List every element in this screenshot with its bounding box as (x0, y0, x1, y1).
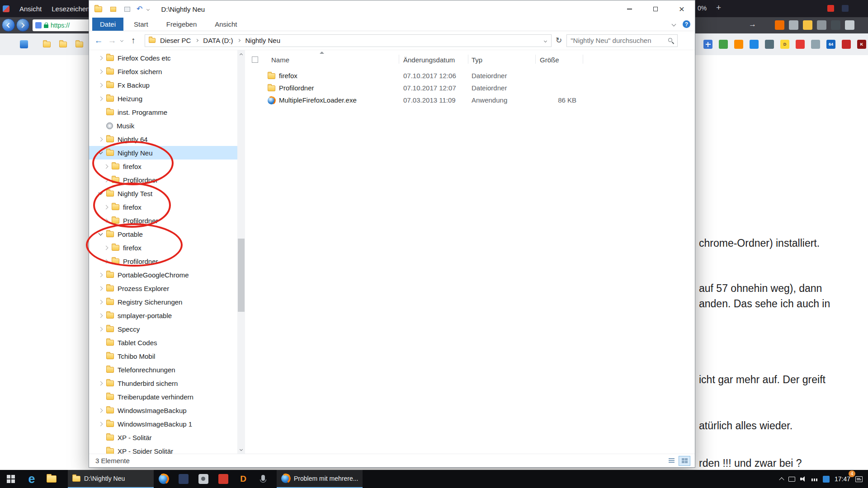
bookmark-folder-icon[interactable] (43, 42, 51, 47)
tree-item[interactable]: Prozess Explorer (89, 282, 237, 295)
tree-item[interactable]: Tchibo Mobil (89, 349, 237, 363)
tabbar-icon-red[interactable] (827, 5, 834, 12)
tree-item-label[interactable]: Treiberupdate verhindern (118, 393, 193, 401)
column-header-name[interactable]: Name (271, 56, 289, 64)
back-button[interactable] (92, 36, 105, 46)
bookmark-folder-icon[interactable] (75, 42, 83, 47)
tree-item-label[interactable]: Nightly 64 (118, 136, 148, 143)
tab-title[interactable]: 0% (698, 5, 707, 12)
tree-item-label[interactable]: WindowsImageBackup 1 (118, 420, 192, 428)
expand-chevron-icon[interactable] (104, 205, 108, 209)
tree-item[interactable]: Thunderbird sichern (89, 376, 237, 390)
bookmark-favicon[interactable]: K (857, 40, 866, 49)
bookmark-favicon[interactable] (842, 40, 851, 49)
breadcrumb-label[interactable]: DATA (D:) (203, 37, 233, 44)
tree-item-label[interactable]: firefox (123, 163, 142, 170)
up-button[interactable] (127, 36, 140, 46)
search-input[interactable] (567, 35, 677, 47)
tree-item[interactable]: Profilordner (89, 254, 237, 268)
tree-item-label[interactable]: Nightly Neu (118, 149, 153, 157)
qat-dropdown-icon[interactable] (147, 8, 149, 10)
tree-item-label[interactable]: Firefox sichern (118, 68, 162, 75)
browser-address-bar[interactable]: https:// (33, 19, 89, 31)
bookmark-favicon[interactable] (703, 40, 712, 49)
file-row[interactable]: Profilordner 07.10.2017 12:07 Dateiordne… (245, 82, 695, 94)
tree-item-label[interactable]: PortableGoogleChrome (118, 271, 189, 279)
tree-item-label[interactable]: Nightly Test (118, 190, 152, 197)
tree-item-label[interactable]: Firefox Codes etc (118, 54, 171, 62)
column-divider[interactable] (583, 55, 583, 64)
tree-item[interactable]: firefox (89, 241, 237, 254)
explorer-system-icon[interactable] (94, 6, 102, 12)
qat-properties-icon[interactable] (124, 7, 130, 12)
taskbar-edge-icon[interactable] (22, 470, 42, 488)
toolbar-extension-icon[interactable] (775, 20, 784, 30)
bookmark-favicon[interactable] (811, 40, 820, 49)
tabbar-icon-dark[interactable] (842, 5, 849, 12)
ribbon-tab[interactable]: Freigeben (159, 18, 205, 31)
bookmark-favicon[interactable] (734, 40, 743, 49)
toolbar-extension-icon[interactable] (789, 20, 798, 30)
breadcrumb-segment[interactable]: Dieser PC (160, 37, 203, 44)
clock[interactable]: 17:47 (835, 475, 850, 483)
scroll-down-button[interactable] (237, 446, 245, 454)
breadcrumb-label[interactable]: Dieser PC (160, 37, 191, 44)
tree-item[interactable]: Profilordner (89, 173, 237, 187)
scrollbar-thumb[interactable] (238, 239, 245, 312)
file-name[interactable]: Profilordner (279, 84, 314, 92)
file-row[interactable]: MultipleFirefoxLoader.exe 07.03.2013 11:… (245, 94, 695, 107)
tree-item[interactable]: Heizung (89, 92, 237, 105)
tree-item-label[interactable]: firefox (123, 203, 142, 211)
expand-chevron-icon[interactable] (99, 422, 103, 426)
tree-scrollbar[interactable] (237, 50, 245, 454)
tree-item[interactable]: WindowsImageBackup 1 (89, 417, 237, 431)
tree-item-label[interactable]: Tchibo Mobil (118, 352, 155, 360)
tree-item[interactable]: Profilordner (89, 214, 237, 227)
expand-chevron-icon[interactable] (99, 137, 103, 141)
expand-chevron-icon[interactable] (104, 178, 108, 182)
bookmark-favicon[interactable] (796, 40, 805, 49)
tree-item-label[interactable]: Profilordner (123, 217, 158, 225)
column-header-type[interactable]: Typ (472, 56, 482, 64)
maximize-button[interactable] (642, 0, 669, 18)
column-header-modified[interactable]: Änderungsdatum (403, 56, 455, 64)
tree-item-label[interactable]: smplayer-portable (118, 312, 172, 319)
url-text[interactable]: https:// (51, 22, 70, 29)
taskbar-task-firefox[interactable]: Problem mit mehrere... (277, 470, 363, 488)
minimize-button[interactable] (616, 0, 642, 18)
tree-item-label[interactable]: inst. Programme (118, 108, 167, 116)
file-name[interactable]: MultipleFirefoxLoader.exe (279, 96, 357, 104)
tree-item[interactable]: inst. Programme (89, 105, 237, 119)
tree-item[interactable]: Nightly 64 (89, 132, 237, 146)
tree-item-label[interactable]: Registry Sicherungen (118, 298, 182, 306)
expand-chevron-icon[interactable] (104, 218, 108, 223)
ribbon-tab[interactable]: Start (126, 18, 156, 31)
tree-item[interactable]: XP - Solitär (89, 431, 237, 444)
forward-button[interactable] (105, 36, 119, 46)
refresh-button[interactable] (556, 36, 562, 45)
tray-volume-icon[interactable] (800, 476, 807, 482)
tree-item-label[interactable]: Profilordner (123, 258, 158, 265)
bookmark-favicon[interactable]: 64 (826, 40, 835, 49)
details-view-button[interactable] (665, 456, 677, 466)
site-identity-icon[interactable] (35, 22, 42, 28)
tree-item[interactable]: XP - Spider Solitär (89, 444, 237, 454)
toolbar-extension-icon[interactable] (803, 20, 812, 30)
tree-item[interactable]: PortableGoogleChrome (89, 268, 237, 282)
tree-item[interactable]: Firefox sichern (89, 65, 237, 78)
taskbar-app-icon[interactable] (253, 470, 273, 488)
ribbon-tab[interactable]: Ansicht (207, 18, 245, 31)
breadcrumb-segment[interactable]: DATA (D:) (203, 37, 245, 44)
column-header-size[interactable]: Größe (540, 56, 559, 64)
tree-item-label[interactable]: Heizung (118, 95, 142, 103)
expand-chevron-icon[interactable] (99, 96, 103, 101)
file-row[interactable]: firefox 07.10.2017 12:06 Dateiordner (245, 70, 695, 82)
tree-item-label[interactable]: firefox (123, 244, 142, 252)
taskbar-explorer-icon[interactable] (42, 470, 61, 488)
address-dropdown-icon[interactable] (544, 39, 547, 42)
column-divider[interactable] (535, 55, 536, 64)
select-all-checkbox[interactable] (252, 56, 258, 63)
tree-item[interactable]: Nightly Neu (89, 146, 237, 160)
bookmark-favicon[interactable] (765, 40, 774, 49)
tree-item[interactable]: Telefonrechnungen (89, 363, 237, 376)
